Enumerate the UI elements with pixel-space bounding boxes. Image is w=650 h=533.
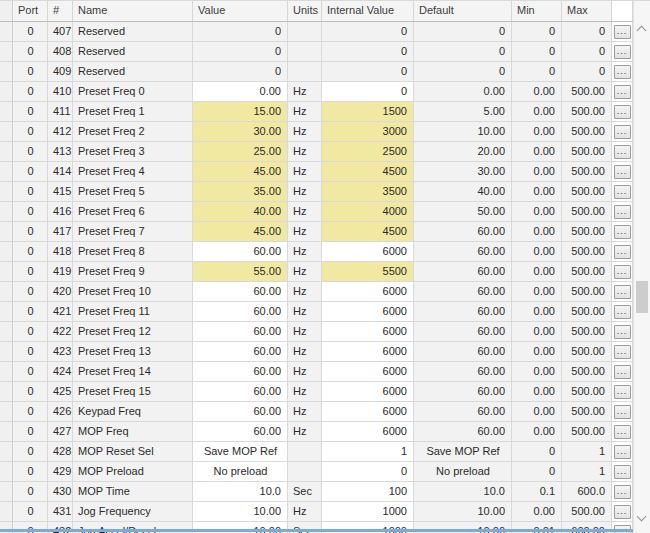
cell-value[interactable]: Save MOP Ref	[193, 442, 288, 462]
row-selector[interactable]	[0, 222, 13, 242]
row-selector[interactable]	[0, 202, 13, 222]
vertical-scrollbar[interactable]	[633, 1, 650, 533]
edit-parameter-button[interactable]: ...	[614, 405, 631, 419]
edit-parameter-button[interactable]: ...	[614, 165, 631, 179]
column-header-internal[interactable]: Internal Value	[322, 1, 414, 21]
row-selector[interactable]	[0, 42, 13, 62]
cell-value[interactable]: 10.0	[193, 482, 288, 502]
row-selector[interactable]	[0, 182, 13, 202]
row-selector[interactable]	[0, 242, 13, 262]
edit-parameter-button[interactable]: ...	[614, 65, 631, 79]
row-selector[interactable]	[0, 322, 13, 342]
row-selector[interactable]	[0, 462, 13, 482]
cell-internal-value[interactable]: 6000	[322, 382, 414, 402]
row-selector[interactable]	[0, 62, 13, 82]
edit-parameter-button[interactable]: ...	[614, 505, 631, 519]
cell-internal-value[interactable]: 3000	[322, 122, 414, 142]
scroll-down-icon[interactable]	[634, 511, 650, 527]
edit-parameter-button[interactable]: ...	[614, 305, 631, 319]
edit-parameter-button[interactable]: ...	[614, 245, 631, 259]
cell-internal-value[interactable]: 4500	[322, 222, 414, 242]
cell-internal-value[interactable]: 6000	[322, 362, 414, 382]
row-selector[interactable]	[0, 502, 13, 522]
column-header-units[interactable]: Units	[288, 1, 322, 21]
cell-value[interactable]: 60.00	[193, 422, 288, 442]
cell-internal-value[interactable]: 1000	[322, 502, 414, 522]
cell-value[interactable]: 25.00	[193, 142, 288, 162]
edit-parameter-button[interactable]: ...	[614, 225, 631, 239]
row-selector[interactable]	[0, 122, 13, 142]
cell-value[interactable]: 40.00	[193, 202, 288, 222]
cell-internal-value[interactable]: 6000	[322, 302, 414, 322]
row-selector[interactable]	[0, 402, 13, 422]
cell-value[interactable]: 60.00	[193, 242, 288, 262]
edit-parameter-button[interactable]: ...	[614, 445, 631, 459]
row-selector[interactable]	[0, 82, 13, 102]
column-header-max[interactable]: Max	[562, 1, 612, 21]
row-selector[interactable]	[0, 422, 13, 442]
cell-value[interactable]: 45.00	[193, 222, 288, 242]
cell-internal-value[interactable]: 6000	[322, 342, 414, 362]
cell-value[interactable]: 60.00	[193, 302, 288, 322]
cell-value[interactable]: 0.00	[193, 82, 288, 102]
cell-value[interactable]: 10.00	[193, 502, 288, 522]
row-selector[interactable]	[0, 382, 13, 402]
column-header-value[interactable]: Value	[193, 1, 288, 21]
cell-value[interactable]: 60.00	[193, 382, 288, 402]
cell-internal-value[interactable]: 4500	[322, 162, 414, 182]
cell-internal-value[interactable]: 6000	[322, 322, 414, 342]
scroll-up-icon[interactable]	[634, 22, 650, 38]
edit-parameter-button[interactable]: ...	[614, 345, 631, 359]
column-header-min[interactable]: Min	[512, 1, 562, 21]
cell-internal-value[interactable]: 100	[322, 482, 414, 502]
row-selector[interactable]	[0, 362, 13, 382]
edit-parameter-button[interactable]: ...	[614, 105, 631, 119]
row-selector[interactable]	[0, 342, 13, 362]
edit-parameter-button[interactable]: ...	[614, 265, 631, 279]
cell-value[interactable]: No preload	[193, 462, 288, 482]
edit-parameter-button[interactable]: ...	[614, 385, 631, 399]
row-selector[interactable]	[0, 442, 13, 462]
cell-value[interactable]: 15.00	[193, 102, 288, 122]
row-selector[interactable]	[0, 162, 13, 182]
row-selector[interactable]	[0, 142, 13, 162]
cell-internal-value[interactable]: 6000	[322, 242, 414, 262]
edit-parameter-button[interactable]: ...	[614, 145, 631, 159]
cell-value[interactable]: 45.00	[193, 162, 288, 182]
row-selector[interactable]	[0, 482, 13, 502]
edit-parameter-button[interactable]: ...	[614, 465, 631, 479]
cell-value[interactable]: 60.00	[193, 342, 288, 362]
column-header-num[interactable]: #	[48, 1, 73, 21]
cell-internal-value[interactable]: 1500	[322, 102, 414, 122]
row-selector[interactable]	[0, 302, 13, 322]
column-header-name[interactable]: Name	[73, 1, 193, 21]
cell-internal-value[interactable]: 6000	[322, 422, 414, 442]
edit-parameter-button[interactable]: ...	[614, 125, 631, 139]
column-header-default[interactable]: Default	[414, 1, 512, 21]
cell-internal-value[interactable]: 0	[322, 82, 414, 102]
cell-internal-value[interactable]: 3500	[322, 182, 414, 202]
cell-value[interactable]: 60.00	[193, 362, 288, 382]
edit-parameter-button[interactable]: ...	[614, 45, 631, 59]
scrollbar-thumb[interactable]	[636, 281, 648, 313]
cell-value[interactable]: 60.00	[193, 282, 288, 302]
cell-internal-value[interactable]: 4000	[322, 202, 414, 222]
row-selector[interactable]	[0, 22, 13, 42]
cell-internal-value[interactable]: 6000	[322, 402, 414, 422]
row-selector[interactable]	[0, 102, 13, 122]
cell-internal-value[interactable]: 2500	[322, 142, 414, 162]
cell-internal-value[interactable]: 5500	[322, 262, 414, 282]
cell-internal-value[interactable]: 0	[322, 462, 414, 482]
edit-parameter-button[interactable]: ...	[614, 285, 631, 299]
cell-internal-value[interactable]: 6000	[322, 282, 414, 302]
edit-parameter-button[interactable]: ...	[614, 85, 631, 99]
edit-parameter-button[interactable]: ...	[614, 185, 631, 199]
edit-parameter-button[interactable]: ...	[614, 25, 631, 39]
row-selector[interactable]	[0, 262, 13, 282]
cell-value[interactable]: 60.00	[193, 322, 288, 342]
edit-parameter-button[interactable]: ...	[614, 485, 631, 499]
cell-value[interactable]: 55.00	[193, 262, 288, 282]
edit-parameter-button[interactable]: ...	[614, 365, 631, 379]
cell-internal-value[interactable]: 1	[322, 442, 414, 462]
cell-value[interactable]: 30.00	[193, 122, 288, 142]
